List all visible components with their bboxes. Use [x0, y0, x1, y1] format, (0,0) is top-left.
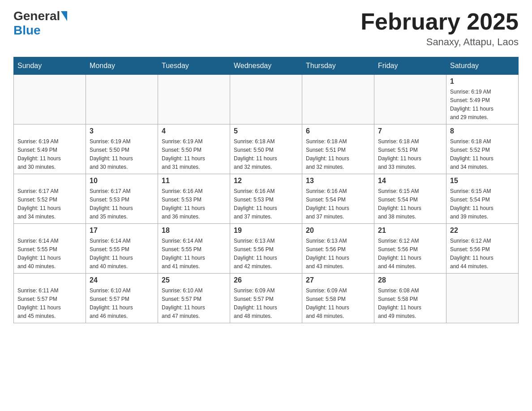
- day-number: 28: [378, 276, 442, 284]
- logo-blue-text: Blue: [13, 23, 41, 37]
- day-number: 6: [306, 127, 370, 135]
- day-number: 15: [450, 177, 515, 185]
- header-saturday: Saturday: [446, 57, 519, 75]
- day-number: 5: [234, 127, 298, 135]
- calendar-cell: [158, 75, 230, 124]
- calendar-cell: 21Sunrise: 6:12 AM Sunset: 5:56 PM Dayli…: [374, 224, 446, 274]
- day-info: Sunrise: 6:10 AM Sunset: 5:57 PM Dayligh…: [162, 287, 205, 319]
- calendar-cell: 12Sunrise: 6:16 AM Sunset: 5:53 PM Dayli…: [230, 174, 302, 224]
- location-title: Sanaxy, Attapu, Laos: [360, 36, 519, 48]
- calendar-cell: 2Sunrise: 6:19 AM Sunset: 5:49 PM Daylig…: [14, 124, 86, 174]
- calendar-cell: [86, 75, 158, 124]
- day-number: 26: [234, 276, 298, 284]
- calendar-cell: [14, 75, 86, 124]
- calendar-cell: 14Sunrise: 6:15 AM Sunset: 5:54 PM Dayli…: [374, 174, 446, 224]
- header-friday: Friday: [374, 57, 446, 75]
- day-number: 23: [17, 276, 82, 284]
- day-number: 10: [90, 177, 154, 185]
- month-title: February 2025: [360, 9, 519, 34]
- day-info: Sunrise: 6:19 AM Sunset: 5:49 PM Dayligh…: [17, 138, 61, 170]
- header-thursday: Thursday: [302, 57, 374, 75]
- header-tuesday: Tuesday: [158, 57, 230, 75]
- calendar-cell: [230, 75, 302, 124]
- day-info: Sunrise: 6:17 AM Sunset: 5:52 PM Dayligh…: [17, 188, 61, 220]
- calendar-table: SundayMondayTuesdayWednesdayThursdayFrid…: [13, 57, 519, 323]
- logo-general-text: General: [13, 9, 60, 23]
- calendar-cell: [302, 75, 374, 124]
- header-wednesday: Wednesday: [230, 57, 302, 75]
- calendar-cell: 11Sunrise: 6:16 AM Sunset: 5:53 PM Dayli…: [158, 174, 230, 224]
- day-info: Sunrise: 6:19 AM Sunset: 5:50 PM Dayligh…: [90, 138, 133, 170]
- calendar-cell: 8Sunrise: 6:18 AM Sunset: 5:52 PM Daylig…: [446, 124, 519, 174]
- calendar-cell: 26Sunrise: 6:09 AM Sunset: 5:57 PM Dayli…: [230, 274, 302, 323]
- day-info: Sunrise: 6:09 AM Sunset: 5:58 PM Dayligh…: [306, 287, 349, 319]
- day-number: 13: [306, 177, 370, 185]
- calendar-cell: 5Sunrise: 6:18 AM Sunset: 5:50 PM Daylig…: [230, 124, 302, 174]
- day-info: Sunrise: 6:17 AM Sunset: 5:53 PM Dayligh…: [90, 188, 133, 220]
- day-number: 18: [162, 227, 226, 235]
- header-sunday: Sunday: [14, 57, 86, 75]
- day-number: 16: [17, 227, 82, 235]
- day-info: Sunrise: 6:14 AM Sunset: 5:55 PM Dayligh…: [90, 238, 133, 270]
- day-info: Sunrise: 6:13 AM Sunset: 5:56 PM Dayligh…: [234, 238, 277, 270]
- day-info: Sunrise: 6:13 AM Sunset: 5:56 PM Dayligh…: [306, 238, 349, 270]
- calendar-cell: 10Sunrise: 6:17 AM Sunset: 5:53 PM Dayli…: [86, 174, 158, 224]
- calendar-cell: 17Sunrise: 6:14 AM Sunset: 5:55 PM Dayli…: [86, 224, 158, 274]
- week-row-0: 1Sunrise: 6:19 AM Sunset: 5:49 PM Daylig…: [14, 75, 519, 124]
- day-info: Sunrise: 6:18 AM Sunset: 5:51 PM Dayligh…: [306, 138, 349, 170]
- day-number: 4: [162, 127, 226, 135]
- day-info: Sunrise: 6:14 AM Sunset: 5:55 PM Dayligh…: [162, 238, 205, 270]
- calendar-cell: 23Sunrise: 6:11 AM Sunset: 5:57 PM Dayli…: [14, 274, 86, 323]
- header-monday: Monday: [86, 57, 158, 75]
- calendar-cell: 15Sunrise: 6:15 AM Sunset: 5:54 PM Dayli…: [446, 174, 519, 224]
- day-number: 8: [450, 127, 515, 135]
- page-header: General Blue February 2025 Sanaxy, Attap…: [13, 9, 519, 48]
- day-info: Sunrise: 6:16 AM Sunset: 5:53 PM Dayligh…: [162, 188, 205, 220]
- calendar-cell: [374, 75, 446, 124]
- calendar-header: SundayMondayTuesdayWednesdayThursdayFrid…: [14, 57, 519, 75]
- week-row-3: 16Sunrise: 6:14 AM Sunset: 5:55 PM Dayli…: [14, 224, 519, 274]
- day-number: 11: [162, 177, 226, 185]
- calendar-cell: 25Sunrise: 6:10 AM Sunset: 5:57 PM Dayli…: [158, 274, 230, 323]
- day-info: Sunrise: 6:19 AM Sunset: 5:49 PM Dayligh…: [450, 89, 493, 120]
- day-info: Sunrise: 6:18 AM Sunset: 5:50 PM Dayligh…: [234, 138, 277, 170]
- calendar-cell: 4Sunrise: 6:19 AM Sunset: 5:50 PM Daylig…: [158, 124, 230, 174]
- day-info: Sunrise: 6:12 AM Sunset: 5:56 PM Dayligh…: [378, 238, 421, 270]
- day-info: Sunrise: 6:08 AM Sunset: 5:58 PM Dayligh…: [378, 287, 421, 319]
- week-row-4: 23Sunrise: 6:11 AM Sunset: 5:57 PM Dayli…: [14, 274, 519, 323]
- day-number: 1: [450, 77, 515, 86]
- header-row: SundayMondayTuesdayWednesdayThursdayFrid…: [14, 57, 519, 75]
- day-info: Sunrise: 6:09 AM Sunset: 5:57 PM Dayligh…: [234, 287, 277, 319]
- logo: General Blue: [13, 9, 68, 38]
- logo-triangle-icon: [61, 11, 67, 21]
- day-info: Sunrise: 6:10 AM Sunset: 5:57 PM Dayligh…: [90, 287, 133, 319]
- calendar-body: 1Sunrise: 6:19 AM Sunset: 5:49 PM Daylig…: [14, 75, 519, 323]
- day-info: Sunrise: 6:15 AM Sunset: 5:54 PM Dayligh…: [450, 188, 493, 220]
- calendar-cell: 3Sunrise: 6:19 AM Sunset: 5:50 PM Daylig…: [86, 124, 158, 174]
- day-number: 22: [450, 227, 515, 235]
- calendar-cell: 13Sunrise: 6:16 AM Sunset: 5:54 PM Dayli…: [302, 174, 374, 224]
- week-row-2: 9Sunrise: 6:17 AM Sunset: 5:52 PM Daylig…: [14, 174, 519, 224]
- day-number: 17: [90, 227, 154, 235]
- day-info: Sunrise: 6:12 AM Sunset: 5:56 PM Dayligh…: [450, 238, 493, 270]
- calendar-cell: 22Sunrise: 6:12 AM Sunset: 5:56 PM Dayli…: [446, 224, 519, 274]
- calendar-cell: 19Sunrise: 6:13 AM Sunset: 5:56 PM Dayli…: [230, 224, 302, 274]
- calendar-cell: 16Sunrise: 6:14 AM Sunset: 5:55 PM Dayli…: [14, 224, 86, 274]
- day-info: Sunrise: 6:16 AM Sunset: 5:54 PM Dayligh…: [306, 188, 349, 220]
- calendar-cell: 27Sunrise: 6:09 AM Sunset: 5:58 PM Dayli…: [302, 274, 374, 323]
- day-number: 21: [378, 227, 442, 235]
- calendar-cell: 1Sunrise: 6:19 AM Sunset: 5:49 PM Daylig…: [446, 75, 519, 124]
- day-number: 9: [17, 177, 82, 185]
- week-row-1: 2Sunrise: 6:19 AM Sunset: 5:49 PM Daylig…: [14, 124, 519, 174]
- calendar-cell: 7Sunrise: 6:18 AM Sunset: 5:51 PM Daylig…: [374, 124, 446, 174]
- day-number: 7: [378, 127, 442, 135]
- day-number: 12: [234, 177, 298, 185]
- day-number: 3: [90, 127, 154, 135]
- title-section: February 2025 Sanaxy, Attapu, Laos: [360, 9, 519, 48]
- calendar-cell: [446, 274, 519, 323]
- day-info: Sunrise: 6:15 AM Sunset: 5:54 PM Dayligh…: [378, 188, 421, 220]
- day-info: Sunrise: 6:14 AM Sunset: 5:55 PM Dayligh…: [17, 238, 61, 270]
- day-info: Sunrise: 6:19 AM Sunset: 5:50 PM Dayligh…: [162, 138, 205, 170]
- day-number: 27: [306, 276, 370, 284]
- calendar-cell: 6Sunrise: 6:18 AM Sunset: 5:51 PM Daylig…: [302, 124, 374, 174]
